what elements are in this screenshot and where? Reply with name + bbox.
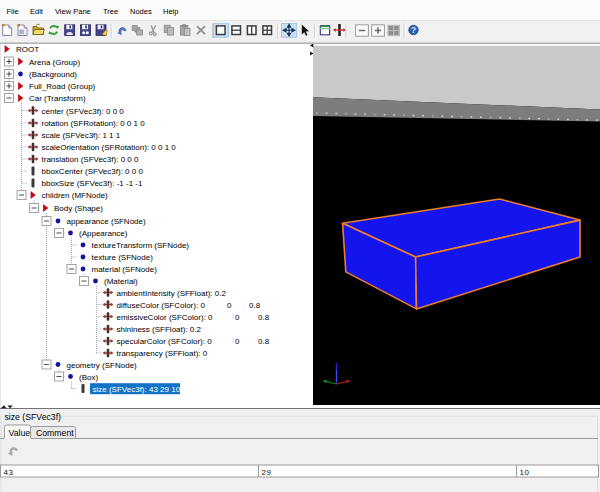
svg-text:center (SFVec3f): 0 0 0: center (SFVec3f): 0 0 0 <box>42 107 125 116</box>
svg-text:10: 10 <box>520 467 530 476</box>
svg-text:material (SFNode): material (SFNode) <box>92 265 158 274</box>
svg-text:rotation (SFRotation): 0 0 1 0: rotation (SFRotation): 0 0 1 0 <box>42 119 146 128</box>
svg-text:(Appearance): (Appearance) <box>79 229 128 238</box>
svg-text:Comment: Comment <box>36 427 74 437</box>
svg-text:0: 0 <box>227 301 232 310</box>
svg-text:Value: Value <box>9 427 31 437</box>
svg-text:ROOT: ROOT <box>16 45 39 54</box>
svg-text:geometry (SFNode): geometry (SFNode) <box>67 361 138 370</box>
svg-text:0.8: 0.8 <box>258 313 270 322</box>
svg-text:diffuseColor (SFColor): 0: diffuseColor (SFColor): 0 <box>117 301 206 310</box>
svg-text:0: 0 <box>235 337 240 346</box>
svg-text:specularColor (SFColor): 0: specularColor (SFColor): 0 <box>117 337 213 346</box>
svg-text:textureTransform (SFNode): textureTransform (SFNode) <box>92 241 190 250</box>
svg-text:Car (Transform): Car (Transform) <box>29 94 86 103</box>
svg-text:emissiveColor (SFColor): 0: emissiveColor (SFColor): 0 <box>117 313 214 322</box>
svg-text:Arena (Group): Arena (Group) <box>29 58 80 67</box>
svg-text:size (SFVec3f): size (SFVec3f) <box>5 412 62 422</box>
svg-text:29: 29 <box>262 467 272 476</box>
svg-text:0: 0 <box>235 313 240 322</box>
svg-text:size (SFVec3f): 43 29 10: size (SFVec3f): 43 29 10 <box>93 385 181 394</box>
svg-text:(Box): (Box) <box>79 373 98 382</box>
svg-text:Body (Shape): Body (Shape) <box>54 204 103 213</box>
svg-text:?: ? <box>411 25 417 35</box>
svg-text:bboxSize (SFVec3f): -1 -1 -1: bboxSize (SFVec3f): -1 -1 -1 <box>42 179 143 188</box>
svg-text:shininess (SFFloat): 0.2: shininess (SFFloat): 0.2 <box>117 325 202 334</box>
svg-text:43: 43 <box>4 467 14 476</box>
svg-text:scaleOrientation (SFRotation):: scaleOrientation (SFRotation): 0 0 1 0 <box>42 143 177 152</box>
svg-text:(Material): (Material) <box>104 277 138 286</box>
svg-text:transparency (SFFloat): 0: transparency (SFFloat): 0 <box>117 349 208 358</box>
svg-text:0.8: 0.8 <box>249 301 261 310</box>
svg-text:scale (SFVec3f): 1 1 1: scale (SFVec3f): 1 1 1 <box>42 131 121 140</box>
svg-text:children (MFNode): children (MFNode) <box>42 191 109 200</box>
svg-text:(Background): (Background) <box>29 70 77 79</box>
svg-text:bboxCenter (SFVec3f): 0 0 0: bboxCenter (SFVec3f): 0 0 0 <box>42 167 144 176</box>
svg-text:texture (SFNode): texture (SFNode) <box>92 253 154 262</box>
svg-text:appearance (SFNode): appearance (SFNode) <box>67 217 146 226</box>
svg-text:translation (SFVec3f): 0 0 0: translation (SFVec3f): 0 0 0 <box>42 155 139 164</box>
svg-text:ambientIntensity (SFFloat): 0.: ambientIntensity (SFFloat): 0.2 <box>117 289 227 298</box>
svg-text:Full_Road (Group): Full_Road (Group) <box>29 82 96 91</box>
svg-text:0.8: 0.8 <box>258 337 270 346</box>
